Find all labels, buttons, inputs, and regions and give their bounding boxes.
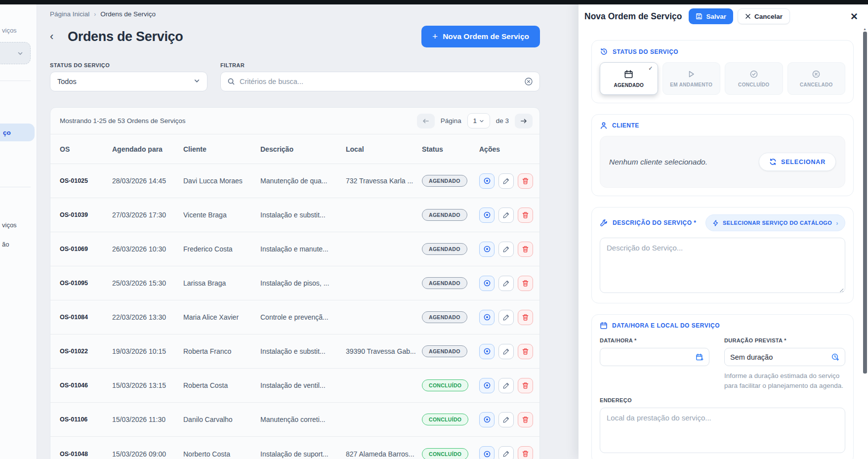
calendar-plus-icon[interactable] <box>696 353 703 361</box>
pencil-icon <box>502 450 510 458</box>
next-page-button[interactable] <box>515 114 533 128</box>
status-option-concluído[interactable]: CONCLUÍDO <box>725 62 783 95</box>
order-client: Roberta Costa <box>183 381 260 389</box>
eye-icon <box>483 381 491 389</box>
delete-button[interactable] <box>518 378 533 393</box>
close-panel-icon[interactable]: ✕ <box>850 11 858 22</box>
status-badge: AGENDADO <box>422 209 467 221</box>
delete-button[interactable] <box>518 310 533 325</box>
order-id: OS-01022 <box>60 348 112 355</box>
order-description: Manutenção correti... <box>260 416 346 423</box>
sidebar-item[interactable]: viços <box>2 221 17 229</box>
delete-button[interactable] <box>518 242 533 257</box>
address-textarea[interactable] <box>600 408 845 453</box>
view-button[interactable] <box>479 378 495 393</box>
trash-icon <box>522 177 529 185</box>
edit-button[interactable] <box>498 412 514 427</box>
select-catalog-service-button[interactable]: SELECIONAR SERVIÇO DO CATÁLOGO › <box>705 214 845 231</box>
delete-button[interactable] <box>518 344 533 359</box>
column-header-1: Agendado para <box>112 145 183 153</box>
table-row: OS-0102219/03/2026 10:15Roberta FrancoIn… <box>50 334 539 369</box>
scrollbar-thumb[interactable] <box>863 32 867 374</box>
cancel-button[interactable]: Cancelar <box>738 8 790 24</box>
status-badge: AGENDADO <box>422 277 467 289</box>
order-description: Instalação de pisos, ... <box>260 279 346 287</box>
service-description-textarea[interactable] <box>600 238 845 293</box>
table-row: OS-0106926/03/2026 10:30Frederico CostaI… <box>50 232 539 266</box>
order-client: Frederico Costa <box>183 245 260 253</box>
x-icon <box>745 13 751 19</box>
table-row: OS-0108422/03/2026 13:30Maria Alice Xavi… <box>50 300 539 334</box>
sidebar-group-label: viços <box>2 27 17 34</box>
edit-button[interactable] <box>498 276 514 291</box>
view-button[interactable] <box>479 412 495 427</box>
panel-scrollbar[interactable]: ▲ <box>863 27 868 459</box>
eye-icon <box>483 416 491 423</box>
breadcrumb: Página Inicial › Ordens de Serviço <box>50 10 540 18</box>
scrollbar-up-arrow[interactable]: ▲ <box>863 27 867 31</box>
edit-button[interactable] <box>498 242 514 257</box>
edit-button[interactable] <box>498 208 514 223</box>
table-row: OS-0103927/03/2026 17:30Vicente BragaIns… <box>50 198 539 232</box>
status-filter-select[interactable]: Todos <box>50 72 207 91</box>
sidebar-item-active[interactable]: ço <box>0 124 35 141</box>
wrench-icon <box>600 219 608 227</box>
status-option-cancelado[interactable]: CANCELADO <box>787 62 846 95</box>
clock-plus-icon[interactable] <box>831 353 839 361</box>
filter-label: FILTRAR <box>220 62 245 68</box>
sidebar-item[interactable]: ão <box>2 241 9 248</box>
duration-input[interactable]: Sem duração <box>724 348 845 366</box>
status-option-agendado[interactable]: ✓AGENDADO <box>600 62 658 95</box>
trash-icon <box>522 382 529 389</box>
eye-icon <box>483 279 491 287</box>
search-input[interactable] <box>240 78 520 85</box>
save-icon <box>696 13 703 20</box>
order-id: OS-01095 <box>60 280 112 287</box>
delete-button[interactable] <box>518 412 533 427</box>
back-button[interactable]: ‹ <box>50 30 63 43</box>
trash-icon <box>522 280 529 287</box>
plus-icon: + <box>432 31 438 42</box>
datetime-input[interactable] <box>600 348 709 366</box>
edit-button[interactable] <box>498 378 514 393</box>
order-description: Instalação de ventil... <box>260 381 346 389</box>
calendar-icon <box>600 322 608 330</box>
breadcrumb-current: Ordens de Serviço <box>100 10 156 18</box>
clear-search-icon[interactable] <box>524 77 533 86</box>
view-button[interactable] <box>479 242 495 257</box>
order-description: Instalação e substit... <box>260 347 346 355</box>
order-client: Larissa Braga <box>183 279 260 287</box>
eye-icon <box>483 347 491 355</box>
description-section-title: DESCRIÇÃO DO SERVIÇO * <box>613 219 696 226</box>
delete-button[interactable] <box>518 276 533 291</box>
breadcrumb-home[interactable]: Página Inicial <box>50 10 89 18</box>
edit-button[interactable] <box>498 173 514 189</box>
order-client: Norberto Costa <box>183 450 260 458</box>
chevron-down-icon <box>194 78 200 85</box>
order-description: Manutenção de qua... <box>260 177 346 185</box>
client-empty-text: Nenhum cliente selecionado. <box>609 158 707 167</box>
edit-button[interactable] <box>498 310 514 325</box>
sidebar-dropdown[interactable] <box>0 42 31 64</box>
calendar-icon <box>624 70 633 79</box>
view-button[interactable] <box>479 276 495 291</box>
edit-button[interactable] <box>498 446 514 459</box>
page-select[interactable]: 1 <box>467 113 490 128</box>
view-button[interactable] <box>479 173 495 189</box>
order-scheduled: 26/03/2026 10:30 <box>112 245 183 253</box>
view-button[interactable] <box>479 208 495 223</box>
new-order-button[interactable]: + Nova Ordem de Serviço <box>421 26 540 47</box>
delete-button[interactable] <box>518 173 533 189</box>
delete-button[interactable] <box>518 208 533 223</box>
view-button[interactable] <box>479 344 495 359</box>
save-button[interactable]: Salvar <box>689 8 733 24</box>
delete-button[interactable] <box>518 446 533 459</box>
status-option-em-andamento[interactable]: EM ANDAMENTO <box>662 62 721 95</box>
table-row: OS-0102528/03/2026 14:45Davi Lucca Morae… <box>50 164 539 198</box>
view-button[interactable] <box>479 446 495 459</box>
edit-button[interactable] <box>498 344 514 359</box>
refresh-icon <box>769 158 777 166</box>
previous-page-button[interactable] <box>417 114 435 128</box>
select-client-button[interactable]: SELECIONAR <box>759 153 836 171</box>
view-button[interactable] <box>479 310 495 325</box>
